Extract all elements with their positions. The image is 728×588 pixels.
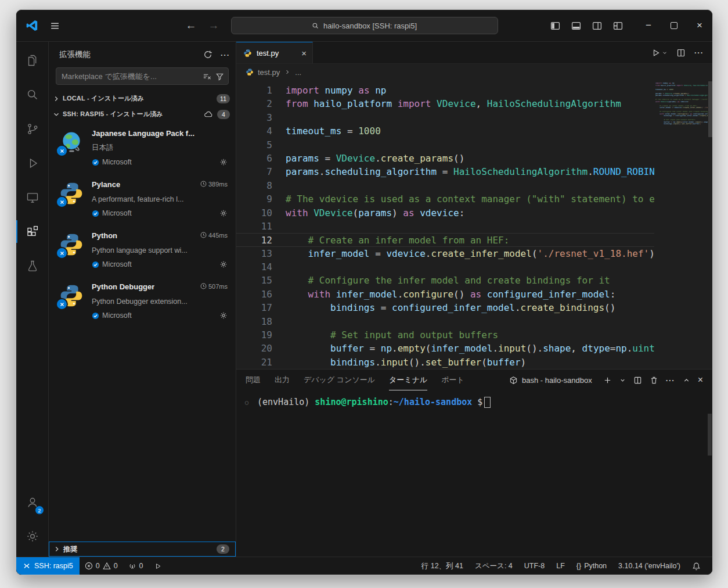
code-line[interactable]: 20 buffer = np.empty(infer_model.input()…	[236, 342, 654, 355]
code-line[interactable]: 3	[236, 111, 654, 124]
code-line[interactable]: 7params.scheduling_algorithm = HailoSche…	[236, 165, 654, 178]
menu-icon[interactable]	[50, 21, 60, 31]
run-status[interactable]	[149, 562, 167, 570]
extensions-search-box[interactable]	[56, 67, 229, 85]
command-center-search[interactable]: hailo-sandbox [SSH: raspi5]	[231, 17, 498, 34]
code-line[interactable]: 9# The vdevice is used as a context mana…	[236, 192, 654, 206]
breadcrumb-file[interactable]: test.py	[258, 68, 280, 77]
extension-list-item[interactable]: Japanese Language Pack f... 日本語 Microsof…	[49, 122, 236, 173]
manage-extension-gear-icon[interactable]	[219, 158, 228, 166]
accounts-icon[interactable]: 2	[16, 485, 48, 519]
terminal-profile-icon	[509, 376, 518, 385]
code-line[interactable]: 4timeout_ms = 1000	[236, 124, 654, 138]
python-interpreter[interactable]: 3.10.14 ('envHailo')	[612, 562, 686, 570]
navigate-back-icon[interactable]: ←	[186, 19, 197, 32]
kill-terminal-icon[interactable]	[650, 376, 658, 385]
code-line[interactable]: 2from hailo_platform import VDevice, Hai…	[236, 97, 654, 110]
cursor-position[interactable]: 行 12、列 41	[416, 561, 469, 571]
toggle-panel-icon[interactable]	[571, 21, 581, 31]
code-line[interactable]: 5	[236, 138, 654, 152]
extension-publisher: Microsoft	[102, 158, 132, 166]
split-editor-icon[interactable]	[676, 48, 686, 58]
maximize-button[interactable]	[661, 10, 687, 41]
tab-close-icon[interactable]: ×	[301, 48, 307, 58]
panel-more-actions-icon[interactable]: ···	[666, 377, 675, 384]
eol-sequence[interactable]: LF	[550, 562, 571, 570]
filter-icon[interactable]	[215, 72, 224, 81]
terminal-dropdown-icon[interactable]	[619, 377, 626, 383]
activation-time: 445ms	[200, 232, 228, 239]
close-panel-icon[interactable]: ×	[698, 375, 703, 385]
terminal-view[interactable]: ○ (envHailo) shino@rpishino:~/hailo-sand…	[236, 390, 712, 557]
extension-list-item[interactable]: Python Debugger 507ms Python Debugger ex…	[49, 275, 236, 327]
close-button[interactable]: ×	[687, 10, 712, 41]
editor-scrollbar[interactable]	[708, 81, 712, 137]
code-line[interactable]: 14	[236, 260, 654, 274]
code-line[interactable]: 13 infer_model = vdevice.create_infer_mo…	[236, 247, 654, 260]
language-mode[interactable]: {} Python	[571, 562, 612, 570]
code-line[interactable]: 11	[236, 220, 654, 233]
extensions-view-icon[interactable]	[16, 214, 48, 249]
run-debug-icon[interactable]	[16, 146, 48, 180]
remote-indicator[interactable]: SSH: raspi5	[16, 557, 80, 575]
new-terminal-icon[interactable]	[603, 376, 612, 385]
extension-list-item[interactable]: Pylance 389ms A performant, feature-rich…	[49, 173, 236, 224]
tab-test-py[interactable]: test.py ×	[236, 42, 313, 63]
indentation[interactable]: スペース: 4	[469, 561, 518, 571]
section-local[interactable]: LOCAL - インストール済み 11	[49, 91, 236, 106]
source-control-icon[interactable]	[16, 112, 48, 146]
ports-status[interactable]: 0	[123, 562, 149, 570]
code-line[interactable]: 17 bindings = configured_infer_model.cre…	[236, 301, 654, 314]
testing-icon[interactable]	[16, 249, 48, 283]
split-terminal-icon[interactable]	[633, 376, 642, 385]
code-line[interactable]: 16 with infer_model.configure() as confi…	[236, 288, 654, 301]
panel-tab-terminal[interactable]: ターミナル	[389, 370, 427, 390]
code-line[interactable]: 8	[236, 179, 654, 192]
code-line[interactable]: 19 # Set input and output buffers	[236, 328, 654, 342]
navigate-forward-icon[interactable]: →	[208, 19, 219, 32]
code-line[interactable]: 10with VDevice(params) as vdevice:	[236, 206, 654, 220]
panel-scrollbar[interactable]	[708, 414, 712, 456]
breadcrumb-symbol[interactable]: ...	[295, 68, 301, 77]
clear-search-icon[interactable]	[203, 72, 211, 81]
panel-tab-ports[interactable]: ポート	[441, 370, 464, 390]
code-line[interactable]: 6params = VDevice.create_params()	[236, 152, 654, 165]
code-editor[interactable]: 1import numpy as np2from hailo_platform …	[236, 80, 712, 369]
terminal-session[interactable]: bash - hailo-sandbox	[509, 376, 592, 385]
cloud-icon[interactable]	[204, 110, 212, 119]
encoding[interactable]: UTF-8	[518, 562, 550, 570]
problems-status[interactable]: 0 0	[80, 562, 123, 570]
toggle-sidebar-icon[interactable]	[550, 21, 560, 31]
minimize-button[interactable]: −	[636, 10, 661, 41]
extension-list-item[interactable]: Python 445ms Python language support wi.…	[49, 224, 236, 275]
run-python-file-button[interactable]	[651, 48, 668, 58]
settings-gear-icon[interactable]	[16, 519, 48, 553]
code-line[interactable]: 21 bindings.input().set_buffer(buffer)	[236, 356, 654, 369]
extensions-search-input[interactable]	[60, 71, 199, 81]
activity-bar: 2	[16, 42, 49, 557]
manage-extension-gear-icon[interactable]	[219, 260, 228, 268]
recommended-section[interactable]: 推奨 2	[49, 542, 236, 557]
manage-extension-gear-icon[interactable]	[219, 311, 228, 320]
customize-layout-icon[interactable]	[613, 21, 623, 31]
search-view-icon[interactable]	[16, 77, 48, 112]
panel-tab-output[interactable]: 出力	[275, 370, 290, 390]
more-actions-icon[interactable]: ···	[221, 51, 230, 59]
vscode-logo-icon[interactable]	[26, 19, 38, 32]
code-line[interactable]: 1import numpy as np	[236, 84, 654, 97]
editor-more-actions-icon[interactable]: ···	[694, 49, 704, 56]
maximize-panel-icon[interactable]	[683, 377, 690, 384]
refresh-icon[interactable]	[203, 50, 212, 59]
section-ssh[interactable]: SSH: RASPI5 - インストール済み 4	[49, 106, 236, 122]
notifications-bell-icon[interactable]	[686, 562, 707, 571]
explorer-icon[interactable]	[16, 43, 48, 77]
toggle-secondary-sidebar-icon[interactable]	[592, 21, 602, 31]
manage-extension-gear-icon[interactable]	[219, 209, 228, 217]
panel-tab-problems[interactable]: 問題	[246, 370, 261, 390]
code-line[interactable]: 12 # Create an infer model from an HEF:	[236, 233, 654, 246]
minimap[interactable]: import numpy as npfrom hailo_platform im…	[655, 80, 708, 369]
remote-explorer-icon[interactable]	[16, 180, 48, 214]
code-line[interactable]: 15 # Configure the infer model and creat…	[236, 274, 654, 287]
panel-tab-debug-console[interactable]: デバッグ コンソール	[304, 370, 375, 390]
code-line[interactable]: 18	[236, 315, 654, 328]
